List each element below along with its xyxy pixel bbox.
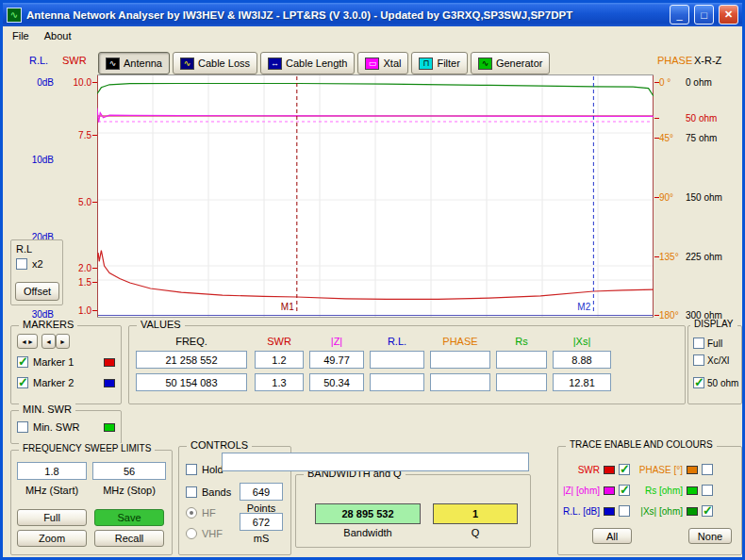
trace-phase-checkbox[interactable] <box>702 464 713 475</box>
marker2-label: Marker 2 <box>33 377 74 388</box>
trace-all-button[interactable]: All <box>592 528 632 544</box>
m2-phase-value[interactable] <box>430 373 490 391</box>
ohm-tick: 0 ohm <box>686 77 712 88</box>
hold-label: Hold <box>202 464 224 475</box>
rs-header: Rs <box>496 336 547 347</box>
sweep-recall-button[interactable]: Recall <box>94 530 164 547</box>
axis-tick <box>654 315 659 316</box>
bandwidth-value-field[interactable]: 28 895 532 <box>315 503 421 524</box>
phase-tick: 180° <box>659 310 679 321</box>
trace-rs-row[interactable]: Rs [ohm] <box>632 485 713 496</box>
ms-value-field[interactable]: 672 <box>240 513 283 531</box>
trace-swr-row[interactable]: SWR <box>560 464 630 475</box>
m2-xs-value[interactable]: 12.81 <box>553 373 611 391</box>
xtal-button[interactable]: ▭ Xtal <box>357 52 408 74</box>
hold-checkbox[interactable]: Hold <box>186 464 224 475</box>
sweep-save-button[interactable]: Save <box>94 509 164 526</box>
freq-stop-input[interactable]: 56 <box>92 462 166 480</box>
rl-header: R.L. <box>370 336 424 347</box>
display-full-checkbox[interactable]: Full <box>693 338 722 349</box>
min-swr-group: MIN. SWR Min. SWR <box>10 410 122 444</box>
bandwidth-group: BANDWIDTH and Q 28 895 532 Bandwidth 1 Q <box>295 474 531 548</box>
trace-rs-label: Rs [ohm] <box>632 486 683 496</box>
m1-swr-value[interactable]: 1.2 <box>255 351 304 369</box>
m2-swr-value[interactable]: 1.3 <box>255 373 304 391</box>
swr-tick: 7.5 <box>65 130 91 140</box>
close-button[interactable]: ✕ <box>719 5 738 25</box>
generator-button[interactable]: ∿ Generator <box>471 52 551 74</box>
vhf-radio[interactable]: VHF <box>186 528 223 539</box>
axis-tick <box>654 256 659 257</box>
antenna-button[interactable]: ∿ Antenna <box>98 52 170 74</box>
trace-rs-checkbox[interactable] <box>702 485 713 496</box>
q-value-field[interactable]: 1 <box>433 503 518 524</box>
trace-swr-checkbox[interactable] <box>619 464 630 475</box>
trace-xs-row[interactable]: |Xs| [ohm] <box>632 505 713 517</box>
m2-rl-value[interactable] <box>370 373 424 391</box>
cable-loss-button[interactable]: ∿ Cable Loss <box>173 52 257 74</box>
filter-button[interactable]: ⊓ Filter <box>411 52 467 74</box>
trace-z-swatch <box>604 486 615 495</box>
display-50ohm-checkbox[interactable]: 50 ohm <box>693 377 738 388</box>
axis-tick <box>654 197 659 198</box>
trace-rl-label: R.L. [dB] <box>560 506 600 517</box>
menu-about[interactable]: About <box>37 28 79 43</box>
antenna-icon: ∿ <box>106 58 120 70</box>
hf-radio[interactable]: HF <box>186 507 216 519</box>
bands-checkbox[interactable]: Bands <box>186 486 231 498</box>
maximize-button[interactable]: □ <box>694 5 714 25</box>
svg-text:M2: M2 <box>577 302 590 312</box>
values-group: VALUES FREQ. SWR |Z| R.L. PHASE Rs |Xs| … <box>128 325 686 404</box>
marker-nav-next-button[interactable]: ► <box>56 334 70 349</box>
marker-nav-all-button[interactable]: ◄► <box>17 334 38 349</box>
cable-length-button[interactable]: ↔ Cable Length <box>260 52 355 74</box>
trace-rl-row[interactable]: R.L. [dB] <box>560 505 630 517</box>
marker-nav-prev-button[interactable]: ◄ <box>41 334 56 349</box>
title-bar[interactable]: ∿ Antenna Network Analyser by IW3HEV & I… <box>3 3 742 26</box>
trace-phase-row[interactable]: PHASE [°] <box>632 464 713 475</box>
offset-button[interactable]: Offset <box>15 282 59 301</box>
marker2-checkbox[interactable]: Marker 2 <box>17 377 115 388</box>
trace-swr-label: SWR <box>560 465 600 475</box>
xtal-icon: ▭ <box>365 58 379 70</box>
command-input[interactable] <box>222 453 529 471</box>
m2-rs-value[interactable] <box>496 373 547 391</box>
m1-rl-value[interactable] <box>370 351 424 369</box>
trace-phase-swatch <box>687 466 698 474</box>
vhf-label: VHF <box>202 528 223 539</box>
trace-group-title: TRACE ENABLE AND COLOURS <box>566 439 717 450</box>
minimize-button[interactable]: _ <box>670 5 689 25</box>
trace-rl-checkbox[interactable] <box>619 505 630 517</box>
trace-group: TRACE ENABLE AND COLOURS SWR |Z| [ohm] R… <box>557 446 742 555</box>
m1-xs-value[interactable]: 8.88 <box>553 351 611 369</box>
freq-start-input[interactable]: 1.8 <box>17 462 87 480</box>
chart-area[interactable]: M1M2 <box>97 74 654 318</box>
trace-z-checkbox[interactable] <box>619 485 630 496</box>
m1-freq-value[interactable]: 21 258 552 <box>136 351 247 369</box>
display-xcxl-checkbox[interactable]: Xc/Xl <box>693 354 729 366</box>
m1-phase-value[interactable] <box>430 351 490 369</box>
m2-z-value[interactable]: 50.34 <box>309 373 364 391</box>
rl-axis-header: R.L. <box>29 55 48 66</box>
trace-xs-checkbox[interactable] <box>702 505 713 517</box>
trace-none-button[interactable]: None <box>688 528 732 544</box>
sweep-zoom-button[interactable]: Zoom <box>17 530 87 547</box>
m1-rs-value[interactable] <box>496 351 547 369</box>
bandwidth-label: Bandwidth <box>315 527 421 538</box>
q-label: Q <box>433 527 518 538</box>
marker1-checkbox[interactable]: Marker 1 <box>17 356 115 368</box>
min-swr-checkbox[interactable]: Min. SWR <box>17 421 115 433</box>
phase-tick: 45° <box>659 133 673 143</box>
swr-tick: 1.5 <box>65 277 91 288</box>
points-value-field[interactable]: 649 <box>240 483 283 501</box>
trace-z-row[interactable]: |Z| [ohm] <box>560 485 630 496</box>
menu-file[interactable]: File <box>5 28 37 43</box>
xrz-axis-header: X-R-Z <box>694 55 721 66</box>
m2-freq-value[interactable]: 50 154 083 <box>136 373 247 391</box>
app-icon: ∿ <box>7 8 22 23</box>
axis-tick <box>92 310 97 311</box>
m1-z-value[interactable]: 49.77 <box>309 351 364 369</box>
x2-checkbox[interactable]: x2 <box>16 258 43 270</box>
sweep-full-button[interactable]: Full <box>17 509 87 526</box>
phase-tick: 135° <box>659 252 679 262</box>
